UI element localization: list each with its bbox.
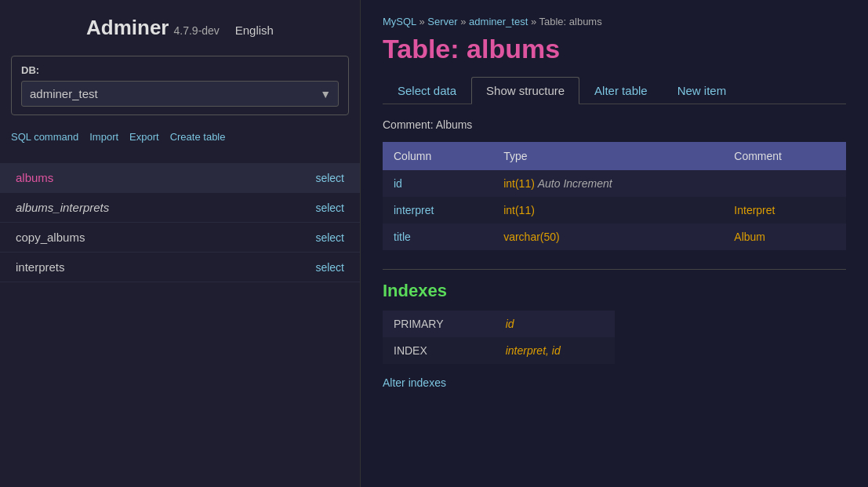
tab-show-structure[interactable]: Show structure [471,77,579,104]
index-key-primary: PRIMARY [383,311,495,337]
table-name-albums: albums [16,171,53,184]
app-title: Adminer [86,16,169,39]
breadcrumb-db[interactable]: adminer_test [469,16,528,27]
left-panel: Adminer4.7.9-dev English DB: adminer_tes… [0,0,361,487]
create-table-link[interactable]: Create table [170,131,226,143]
index-val-primary: id [495,311,615,337]
right-panel: MySQL » Server » adminer_test » Table: a… [361,0,868,487]
db-select-wrapper: adminer_test ▼ [21,81,339,107]
col-name-id: id [383,170,492,197]
list-item[interactable]: albums_interprets select [0,193,360,223]
col-header-column: Column [383,142,492,170]
table-row: title varchar(50) Album [383,224,846,250]
col-comment-id [723,170,846,197]
tab-alter-table[interactable]: Alter table [579,77,663,104]
tab-select-data[interactable]: Select data [383,77,471,104]
table-row: interpret int(11) Interpret [383,197,846,224]
tab-new-item[interactable]: New item [663,77,742,104]
col-name-title: title [383,224,492,250]
table-select-albums-interprets[interactable]: select [315,202,344,214]
col-type-interpret: int(11) [492,197,723,224]
list-item[interactable]: interprets select [0,253,360,282]
export-link[interactable]: Export [129,131,159,143]
table-row: INDEX interpret, id [383,337,615,364]
col-comment-interpret: Interpret [723,197,846,224]
col-header-comment: Comment [723,142,846,170]
table-name-albums-interprets: albums_interprets [16,201,109,214]
sql-command-link[interactable]: SQL command [11,131,78,143]
table-comment: Comment: Albums [383,118,846,131]
list-item[interactable]: albums select [0,163,360,193]
db-label: DB: [21,64,339,76]
table-name-copy-albums: copy_albums [16,231,85,244]
table-list: albums select albums_interprets select c… [0,163,360,487]
breadcrumb-table: Table: albums [539,16,601,27]
columns-table: Column Type Comment id int(11) Auto Incr… [383,142,846,250]
table-row: id int(11) Auto Increment [383,170,846,197]
app-version: 4.7.9-dev [174,24,220,37]
table-row: PRIMARY id [383,311,615,337]
table-select-interprets[interactable]: select [315,261,344,274]
indexes-table: PRIMARY id INDEX interpret, id [383,311,615,364]
breadcrumb: MySQL » Server » adminer_test » Table: a… [383,16,846,27]
breadcrumb-mysql[interactable]: MySQL [383,16,416,27]
col-auto-id: Auto Increment [538,177,612,190]
tab-bar: Select data Show structure Alter table N… [383,77,846,104]
index-val-index: interpret, id [495,337,615,364]
col-type-id: int(11) Auto Increment [492,170,723,197]
logo-area: Adminer4.7.9-dev English [0,0,360,48]
table-name-interprets: interprets [16,260,65,274]
page-title: Table: albums [383,34,846,64]
col-name-interpret: interpret [383,197,492,224]
col-type-title: varchar(50) [492,224,723,250]
index-key-index: INDEX [383,337,495,364]
db-select[interactable]: adminer_test [21,81,339,107]
breadcrumb-server[interactable]: Server [427,16,457,27]
alter-indexes-link[interactable]: Alter indexes [383,376,446,389]
col-comment-title: Album [723,224,846,250]
import-link[interactable]: Import [89,131,118,143]
indexes-title: Indexes [383,269,846,301]
table-select-albums[interactable]: select [315,172,344,184]
nav-links: SQL command Import Export Create table [0,123,360,147]
language-selector[interactable]: English [235,24,274,37]
table-select-copy-albums[interactable]: select [315,231,344,244]
col-header-type: Type [492,142,723,170]
db-section: DB: adminer_test ▼ [11,56,349,115]
list-item[interactable]: copy_albums select [0,223,360,253]
